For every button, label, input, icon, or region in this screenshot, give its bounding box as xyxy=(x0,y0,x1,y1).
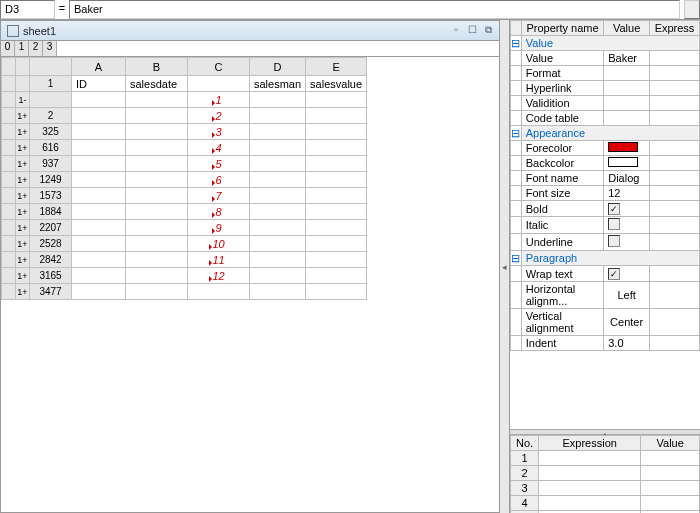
cell[interactable] xyxy=(250,156,306,172)
cell[interactable] xyxy=(250,188,306,204)
row-header[interactable]: 1249 xyxy=(30,172,72,188)
column-header[interactable]: A xyxy=(72,58,126,76)
column-header[interactable]: D xyxy=(250,58,306,76)
cell[interactable] xyxy=(306,284,367,300)
cell[interactable] xyxy=(126,108,188,124)
property-value[interactable]: Left xyxy=(604,282,650,309)
cell[interactable] xyxy=(72,108,126,124)
cell[interactable]: 1 xyxy=(188,92,250,108)
cell[interactable]: 5 xyxy=(188,156,250,172)
row-header[interactable]: 3477 xyxy=(30,284,72,300)
cell[interactable] xyxy=(250,204,306,220)
cell[interactable]: 8 xyxy=(188,204,250,220)
property-value[interactable]: ✓ xyxy=(604,266,650,282)
outline-toggle[interactable]: 1+ xyxy=(16,156,30,172)
cell[interactable]: salesdate xyxy=(126,76,188,92)
cell[interactable] xyxy=(126,124,188,140)
property-expression[interactable] xyxy=(650,186,700,201)
property-expression[interactable] xyxy=(650,156,700,171)
property-expression[interactable] xyxy=(650,282,700,309)
cell[interactable] xyxy=(72,204,126,220)
expression-value-cell[interactable] xyxy=(641,451,700,466)
property-expression[interactable] xyxy=(650,234,700,251)
cell[interactable]: 7 xyxy=(188,188,250,204)
cell[interactable] xyxy=(126,220,188,236)
outline-toggle[interactable]: 1+ xyxy=(16,140,30,156)
property-expression[interactable] xyxy=(650,309,700,336)
cell-reference-input[interactable]: D3 xyxy=(0,0,55,19)
outline-toggle[interactable]: 1+ xyxy=(16,108,30,124)
cell[interactable] xyxy=(250,268,306,284)
cell[interactable] xyxy=(72,252,126,268)
outline-level-0[interactable]: 0 xyxy=(1,41,15,56)
checkbox[interactable] xyxy=(608,218,620,230)
row-header[interactable]: 1573 xyxy=(30,188,72,204)
cell[interactable] xyxy=(306,252,367,268)
checkbox[interactable]: ✓ xyxy=(608,203,620,215)
row-header[interactable]: 1884 xyxy=(30,204,72,220)
cell[interactable]: ID xyxy=(72,76,126,92)
cell[interactable] xyxy=(250,172,306,188)
outline-toggle[interactable]: 1+ xyxy=(16,204,30,220)
row-header[interactable]: 2842 xyxy=(30,252,72,268)
cell[interactable]: 9 xyxy=(188,220,250,236)
row-header[interactable] xyxy=(30,92,72,108)
row-header[interactable]: 937 xyxy=(30,156,72,172)
row-header[interactable]: 2207 xyxy=(30,220,72,236)
cell[interactable] xyxy=(126,284,188,300)
column-header[interactable]: C xyxy=(188,58,250,76)
cell[interactable] xyxy=(306,268,367,284)
property-value[interactable] xyxy=(604,141,650,156)
collapse-icon[interactable]: ⊟ xyxy=(511,251,522,266)
cell[interactable]: 3 xyxy=(188,124,250,140)
expression-cell[interactable] xyxy=(539,496,641,511)
property-value[interactable] xyxy=(604,156,650,171)
outline-toggle[interactable]: 1+ xyxy=(16,124,30,140)
cell[interactable] xyxy=(72,236,126,252)
property-expression[interactable] xyxy=(650,96,700,111)
cell[interactable] xyxy=(250,108,306,124)
property-expression[interactable] xyxy=(650,81,700,96)
cell[interactable] xyxy=(250,236,306,252)
cell[interactable] xyxy=(306,220,367,236)
property-value[interactable]: 12 xyxy=(604,186,650,201)
row-header[interactable]: 325 xyxy=(30,124,72,140)
cell[interactable] xyxy=(250,124,306,140)
cell[interactable] xyxy=(306,172,367,188)
cell[interactable] xyxy=(72,220,126,236)
cell[interactable] xyxy=(126,156,188,172)
cell[interactable] xyxy=(250,252,306,268)
outline-level-1[interactable]: 1 xyxy=(15,41,29,56)
color-swatch[interactable] xyxy=(608,142,638,152)
property-value[interactable] xyxy=(604,111,650,126)
expression-cell[interactable] xyxy=(539,451,641,466)
cell[interactable] xyxy=(72,156,126,172)
row-header[interactable]: 3165 xyxy=(30,268,72,284)
cell[interactable]: 2 xyxy=(188,108,250,124)
outline-toggle[interactable]: 1+ xyxy=(16,172,30,188)
outline-toggle[interactable]: 1+ xyxy=(16,188,30,204)
outline-toggle[interactable]: 1+ xyxy=(16,252,30,268)
property-expression[interactable] xyxy=(650,217,700,234)
row-header[interactable]: 2 xyxy=(30,108,72,124)
cell[interactable] xyxy=(188,284,250,300)
property-value[interactable] xyxy=(604,234,650,251)
cell[interactable]: salesman xyxy=(250,76,306,92)
property-expression[interactable] xyxy=(650,66,700,81)
cell[interactable] xyxy=(72,140,126,156)
formula-input[interactable]: Baker xyxy=(69,0,680,19)
cell[interactable] xyxy=(250,140,306,156)
cell[interactable] xyxy=(306,92,367,108)
row-header[interactable]: 1 xyxy=(30,76,72,92)
cell[interactable]: 6 xyxy=(188,172,250,188)
outline-toggle[interactable]: 1+ xyxy=(16,284,30,300)
formula-end-button[interactable] xyxy=(684,0,700,19)
checkbox[interactable] xyxy=(608,235,620,247)
minimize-icon[interactable]: ▫ xyxy=(449,24,463,38)
restore-icon[interactable]: ⧉ xyxy=(481,24,495,38)
row-header[interactable]: 2528 xyxy=(30,236,72,252)
cell[interactable]: 10 xyxy=(188,236,250,252)
outline-level-2[interactable]: 2 xyxy=(29,41,43,56)
property-value[interactable] xyxy=(604,96,650,111)
splitter-vertical[interactable]: ◂ xyxy=(500,20,510,513)
